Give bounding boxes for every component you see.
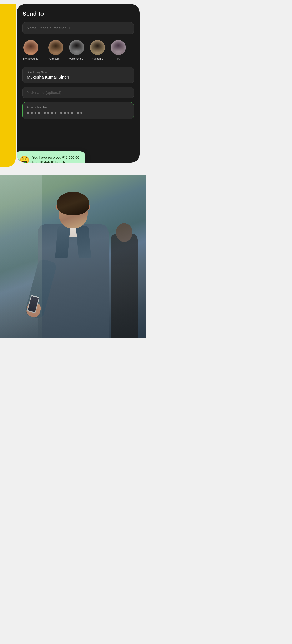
notification-text: You have received ₹ 5,000.00 from Ralph … [32, 155, 79, 163]
contact-item-rh[interactable]: Rh... [108, 40, 129, 60]
account-number-label: Account Number [27, 106, 129, 109]
person-hair [57, 192, 89, 215]
window-light [0, 175, 42, 338]
account-number-field[interactable]: Account Number ●●●● ●●●● ●●●● ●● [22, 102, 134, 119]
notif-sender: Ralph Edwards [40, 160, 66, 163]
contact-item-ganesh[interactable]: Ganesh H. [45, 40, 66, 60]
notification-bubble: 🤑 You have received ₹ 5,000.00 from Ralp… [17, 152, 85, 163]
phone-mockup-top: Send to My accounts Ganesh H. [17, 4, 140, 163]
contact-item-vasishtha[interactable]: Vasishtha B. [66, 40, 87, 60]
photo-section [0, 175, 146, 338]
notif-text-part2: from [32, 160, 40, 163]
contact-name-prakash: Prakash B. [91, 57, 104, 60]
contact-name-ganesh: Ganesh H. [49, 57, 62, 60]
jacket-lapel-left [55, 226, 70, 258]
background-person-body [111, 234, 138, 338]
photo-background [0, 175, 146, 338]
beneficiary-value: Mukesha Kumar Singh [27, 75, 129, 80]
beneficiary-name-field[interactable]: Beneficiary Name Mukesha Kumar Singh [22, 67, 134, 83]
nickname-placeholder: Nick name (optional) [27, 90, 129, 95]
avatar-vasishtha [69, 40, 84, 55]
background-person-head [116, 223, 133, 242]
account-number-dots: ●●●● ●●●● ●●●● ●● [27, 110, 129, 116]
avatar-rh [111, 40, 126, 55]
jacket-lapel-right [76, 226, 91, 258]
contacts-row: My accounts Ganesh H. Vasishtha B. [22, 40, 134, 60]
contact-item-prakash[interactable]: Prakash B. [87, 40, 108, 60]
notif-text-part1: You have received [32, 156, 62, 160]
beneficiary-label: Beneficiary Name [27, 70, 129, 74]
avatar-ganesh [48, 40, 63, 55]
person-figure [31, 184, 115, 338]
send-to-title: Send to [22, 10, 134, 17]
avatar-prakash [90, 40, 105, 55]
avatar-my-accounts [23, 40, 38, 55]
notification-emoji: 🤑 [19, 156, 29, 163]
contact-name-my-accounts: My accounts [23, 57, 38, 60]
contact-name-vasishtha: Vasishtha B. [69, 57, 84, 60]
page-wrapper: Send to My accounts Ganesh H. [0, 4, 146, 338]
contact-name-rh: Rh... [115, 57, 121, 60]
contact-item-my-accounts[interactable]: My accounts [22, 40, 43, 60]
phone-top-wrapper: Send to My accounts Ganesh H. [0, 4, 146, 163]
nickname-field[interactable]: Nick name (optional) [22, 87, 134, 98]
search-field-wrap[interactable] [22, 22, 134, 34]
notif-amount: ₹ 5,000.00 [62, 156, 79, 160]
person-body [38, 224, 109, 338]
search-input[interactable] [27, 26, 129, 30]
